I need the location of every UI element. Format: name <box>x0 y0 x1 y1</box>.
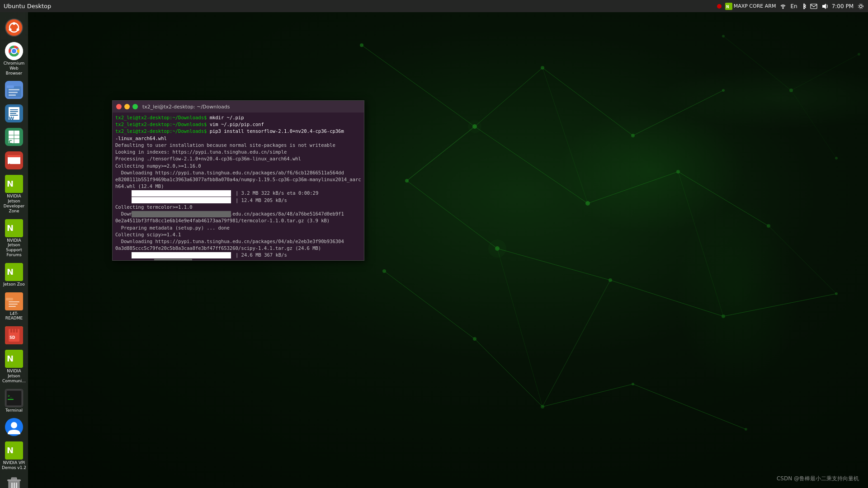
wifi-icon <box>779 3 787 10</box>
tray-time: 7:00 PM <box>832 3 854 9</box>
svg-rect-98 <box>9 306 16 307</box>
window-close-btn[interactable] <box>116 104 122 109</box>
term-line-3: tx2_lei@tx2-desktop:~/Downloads$ pip3 in… <box>115 128 361 141</box>
term-progress-1: | 3.2 MB 322 kB/s eta 0:00:29 <box>115 190 361 197</box>
terminal-title: tx2_lei@tx2-desktop: ~/Downloads <box>142 104 230 110</box>
terminal-titlebar: tx2_lei@tx2-desktop: ~/Downloads <box>113 101 364 113</box>
terminal-window: tx2_lei@tx2-desktop: ~/Downloads tx2_lei… <box>112 100 364 261</box>
svg-rect-73 <box>10 113 16 114</box>
svg-text:SD: SD <box>9 336 15 340</box>
svg-text:N: N <box>7 446 14 455</box>
svg-rect-85 <box>13 164 15 167</box>
svg-rect-66 <box>9 89 19 90</box>
nvidia-support-icon: N <box>5 219 23 237</box>
svg-rect-71 <box>10 109 18 110</box>
term-progress-2: | 12.4 MB 205 kB/s <box>115 197 361 204</box>
nvidia-developer-icon: N <box>5 175 23 193</box>
dock-item-chromium[interactable]: Chromium Web Browser <box>0 39 28 78</box>
term-line-4: Defaulting to user installation because … <box>115 142 361 149</box>
dock-item-calc[interactable]: C <box>0 125 28 149</box>
terminal-content[interactable]: tx2_lei@tx2-desktop:~/Downloads$ mkdir ~… <box>113 113 364 260</box>
chromium-icon <box>5 42 23 60</box>
svg-rect-116 <box>11 483 13 488</box>
svg-text:N: N <box>7 179 14 188</box>
dock-item-impress[interactable]: I <box>0 149 28 172</box>
ubuntu-one-icon <box>5 418 23 436</box>
svg-text:C: C <box>9 139 12 145</box>
dock-item-sd[interactable]: SD <box>0 324 28 347</box>
dock-item-nvidia-developer[interactable]: N NVIDIA Jetson Developer Zone <box>0 172 28 216</box>
dock-item-nvidia-support[interactable]: N NVIDIA Jetson Support Forums <box>0 216 28 260</box>
nvidia-community-icon: N <box>5 350 23 368</box>
taskbar-title: Ubuntu Desktop <box>4 3 51 9</box>
dock-item-ubuntu-one[interactable] <box>0 415 28 439</box>
svg-rect-84 <box>8 155 20 157</box>
svg-rect-65 <box>7 85 14 88</box>
nvidia-tray-icon: N <box>725 3 732 10</box>
term-line-8: Downloading https://pypi.tuna.tsinghua.e… <box>115 169 361 176</box>
svg-rect-117 <box>14 483 15 488</box>
dock-item-terminal[interactable]: >_ Terminal <box>0 386 28 416</box>
svg-text:W: W <box>9 116 14 122</box>
application-dock: Chromium Web Browser W <box>0 12 28 488</box>
term-line-5: Looking in indexes: https://pypi.tuna.ts… <box>115 149 361 155</box>
terminal-dock-icon: >_ <box>5 389 23 407</box>
term-line-1: tx2_lei@tx2-desktop:~/Downloads$ mkdir ~… <box>115 114 361 121</box>
chromium-label: Chromium Web Browser <box>2 61 26 75</box>
tray-wifi[interactable] <box>779 3 787 10</box>
term-line-13: Preparing metadata (setup.py) ... done <box>115 225 361 231</box>
taskbar-left: Ubuntu Desktop <box>4 3 51 9</box>
svg-point-56 <box>13 22 15 25</box>
vpi-demos-label: NVIDIA VPI Demos v1.2 <box>2 460 26 470</box>
ubuntu-software-icon <box>5 19 23 37</box>
tray-notification-dot <box>717 4 722 9</box>
window-minimize-btn[interactable] <box>124 104 130 109</box>
files-icon <box>5 81 23 99</box>
impress-icon: I <box>5 151 23 169</box>
svg-point-112 <box>11 422 17 428</box>
tray-bluetooth[interactable] <box>801 3 807 10</box>
trash-icon <box>5 476 23 488</box>
taskbar: Ubuntu Desktop N MAXP CORE ARM En <box>0 0 868 12</box>
dock-item-writer[interactable]: W <box>0 102 28 125</box>
svg-point-53 <box>859 4 863 9</box>
nvidia-developer-label: NVIDIA Jetson Developer Zone <box>2 194 26 213</box>
tray-volume[interactable] <box>821 3 828 10</box>
dock-item-jetson-zoo[interactable]: N Jetson Zoo <box>0 260 28 290</box>
window-maximize-btn[interactable] <box>132 104 138 109</box>
dock-item-files[interactable] <box>0 78 28 102</box>
l4t-readme-icon <box>5 292 23 310</box>
term-line-7: Collecting numpy>=2.0,>=1.16.0 <box>115 163 361 169</box>
tray-nvidia: N MAXP CORE ARM <box>725 3 776 10</box>
svg-rect-101 <box>10 329 12 333</box>
tray-mail[interactable] <box>810 3 817 10</box>
settings-tray-icon <box>857 3 864 10</box>
term-line-2: tx2_lei@tx2-desktop:~/Downloads$ vim ~/.… <box>115 121 361 128</box>
svg-rect-86 <box>10 167 18 168</box>
svg-rect-120 <box>11 478 17 480</box>
dock-item-trash[interactable] <box>0 473 28 488</box>
mail-icon <box>810 3 817 10</box>
svg-rect-102 <box>13 329 15 333</box>
nvidia-support-label: NVIDIA Jetson Support Forums <box>2 238 26 258</box>
svg-rect-97 <box>9 304 18 305</box>
dock-item-ubuntu-software[interactable] <box>0 16 28 39</box>
volume-icon <box>821 3 828 10</box>
svg-text:N: N <box>726 5 729 9</box>
nvidia-label: MAXP CORE ARM <box>734 3 776 9</box>
svg-point-54 <box>6 19 22 36</box>
dock-item-l4t-readme[interactable]: L4T- README <box>0 290 28 324</box>
tray-lang[interactable]: En <box>790 3 797 9</box>
watermark: CSDN @鲁棒最小二乘支持向量机 <box>777 475 859 483</box>
terminal-label: Terminal <box>5 408 23 413</box>
term-line-16: 0a3d885ccc5c79fe20c5b8a3caa8fe3bf47ff653… <box>115 245 361 252</box>
svg-rect-68 <box>9 94 16 96</box>
svg-text:N: N <box>7 354 14 363</box>
dock-item-nvidia-community[interactable]: N NVIDIA Jetson Communi... <box>0 347 28 386</box>
tray-settings[interactable] <box>857 3 864 10</box>
svg-rect-51 <box>811 4 817 9</box>
vpi-demos-icon: N <box>5 441 23 460</box>
term-line-12: 0e2a4511bf3ffb8cc1e6b14e9e4fab46173aa79f… <box>115 217 361 224</box>
dock-item-vpi-demos[interactable]: N NVIDIA VPI Demos v1.2 <box>0 439 28 473</box>
term-progress-3: | 24.6 MB 367 kB/s <box>115 252 361 258</box>
